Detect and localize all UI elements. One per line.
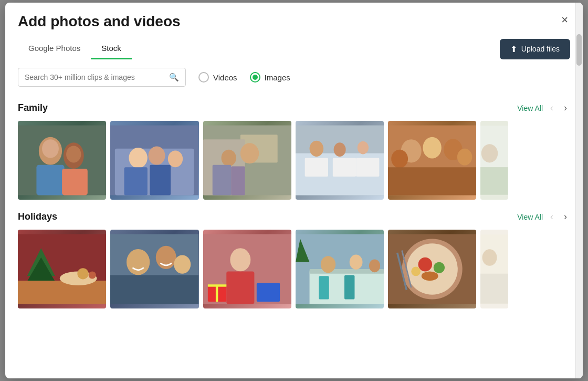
holidays-section-title: Holidays [18, 211, 57, 222]
svg-rect-20 [212, 165, 230, 195]
svg-rect-35 [388, 167, 476, 195]
modal-title: Add photos and videos [18, 13, 570, 30]
svg-point-31 [423, 137, 441, 159]
search-icon: 🔍 [169, 73, 179, 82]
family-photo-3[interactable] [203, 121, 291, 200]
family-section-title: Family [18, 102, 48, 114]
holidays-photo-1[interactable] [18, 230, 106, 308]
svg-rect-66 [319, 276, 329, 299]
svg-point-63 [321, 256, 335, 273]
family-photo-5[interactable] [388, 121, 476, 200]
family-prev-button[interactable]: ‹ [547, 101, 556, 115]
svg-rect-23 [304, 158, 328, 177]
search-filter-row: 🔍 Videos Images [5, 59, 583, 91]
svg-point-71 [418, 258, 433, 272]
svg-point-74 [411, 267, 421, 276]
svg-point-53 [230, 248, 250, 271]
holidays-next-button[interactable]: › [561, 210, 570, 223]
svg-point-50 [174, 255, 191, 273]
family-photo-1[interactable] [18, 121, 106, 200]
images-label: Images [265, 73, 290, 82]
images-radio-circle[interactable] [250, 72, 260, 83]
svg-rect-24 [333, 158, 356, 177]
svg-rect-79 [480, 274, 508, 304]
svg-point-64 [349, 255, 362, 270]
svg-point-28 [358, 141, 369, 155]
holidays-section-header: Holidays View All ‹ › [18, 210, 570, 223]
svg-point-5 [42, 139, 59, 158]
svg-rect-12 [124, 167, 148, 195]
svg-point-26 [309, 141, 323, 157]
holidays-photo-3[interactable] [203, 230, 291, 308]
holidays-photo-2[interactable] [110, 230, 198, 308]
holidays-view-all-link[interactable]: View All [517, 213, 543, 221]
close-button[interactable]: × [559, 12, 570, 28]
videos-label: Videos [213, 73, 237, 82]
family-photo-4[interactable] [296, 121, 384, 200]
svg-point-73 [422, 271, 438, 281]
family-section: Family View All ‹ › [18, 101, 570, 200]
svg-rect-43 [18, 281, 106, 304]
svg-point-18 [221, 150, 236, 167]
upload-files-button[interactable]: ⬆ Upload files [500, 39, 570, 59]
svg-point-78 [482, 249, 497, 266]
holidays-photo-grid [18, 230, 570, 308]
family-view-all-link[interactable]: View All [517, 104, 543, 112]
svg-rect-54 [226, 271, 254, 304]
svg-point-72 [434, 262, 445, 273]
tabs-container: Google Photos Stock [18, 38, 132, 59]
svg-rect-4 [62, 169, 88, 195]
tabs-row: Google Photos Stock ⬆ Upload files [18, 38, 570, 59]
family-photo-grid [18, 121, 570, 200]
svg-point-34 [457, 149, 472, 166]
svg-point-46 [89, 271, 96, 279]
svg-rect-3 [36, 165, 64, 195]
holidays-photo-5[interactable] [388, 230, 476, 308]
svg-point-11 [168, 150, 183, 167]
svg-rect-67 [344, 275, 354, 300]
holidays-prev-button[interactable]: ‹ [547, 210, 556, 223]
holidays-section-actions: View All ‹ › [517, 210, 570, 223]
svg-rect-13 [150, 165, 171, 195]
search-box: 🔍 [18, 68, 186, 87]
videos-radio-circle[interactable] [198, 72, 209, 83]
modal-header: Add photos and videos × Google Photos St… [5, 3, 583, 59]
family-section-header: Family View All ‹ › [18, 101, 570, 115]
upload-icon: ⬆ [510, 44, 517, 54]
svg-point-6 [66, 146, 81, 163]
holidays-photo-4[interactable] [296, 230, 384, 308]
svg-point-17 [240, 143, 258, 163]
svg-rect-56 [256, 283, 279, 302]
svg-point-9 [129, 148, 148, 168]
svg-point-33 [391, 150, 408, 168]
family-photo-6-partial[interactable] [480, 121, 508, 200]
svg-point-10 [149, 146, 165, 164]
modal-body: Family View All ‹ › [5, 91, 583, 378]
tab-google-photos[interactable]: Google Photos [18, 38, 91, 59]
family-photo-2[interactable] [110, 121, 198, 200]
videos-radio-label[interactable]: Videos [198, 72, 237, 83]
family-next-button[interactable]: › [561, 101, 570, 115]
holidays-photo-6-partial[interactable] [480, 230, 508, 308]
svg-point-65 [369, 259, 380, 272]
filter-radio-group: Videos Images [198, 72, 290, 83]
svg-point-27 [333, 142, 345, 157]
tab-stock[interactable]: Stock [91, 38, 132, 59]
svg-rect-38 [480, 167, 508, 195]
search-input[interactable] [25, 73, 165, 81]
svg-rect-19 [231, 167, 245, 195]
svg-point-45 [77, 268, 88, 279]
svg-point-37 [481, 144, 498, 162]
family-section-actions: View All ‹ › [517, 101, 570, 115]
svg-rect-58 [215, 285, 217, 302]
images-radio-dot [253, 75, 258, 80]
svg-rect-51 [110, 275, 198, 304]
holidays-section: Holidays View All ‹ › [18, 210, 570, 308]
svg-rect-25 [356, 158, 379, 177]
images-radio-label[interactable]: Images [250, 72, 290, 83]
svg-point-48 [127, 249, 150, 275]
add-photos-modal: Add photos and videos × Google Photos St… [5, 3, 583, 378]
upload-button-label: Upload files [521, 45, 560, 53]
